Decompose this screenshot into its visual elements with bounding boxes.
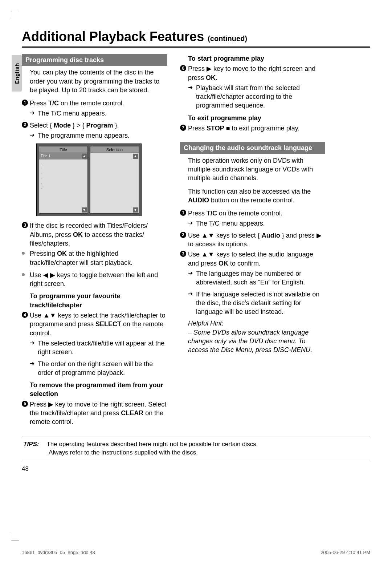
- step-bold: OK: [206, 74, 216, 81]
- tips-label: TIPS:: [23, 440, 45, 449]
- sub-heading: To exit programme play: [180, 114, 325, 122]
- hint-body: – Some DVDs allow soundtrack language ch…: [180, 328, 325, 355]
- step-number-icon: 3: [180, 251, 186, 257]
- step-7: 7 Press STOP ■ to exit programme play.: [180, 124, 325, 133]
- page-number: 48: [22, 465, 370, 473]
- list-item: -: [41, 165, 86, 170]
- step-1-r: 1 Press T/C on the remote control.: [180, 209, 325, 218]
- text: button on the remote control.: [209, 197, 294, 204]
- step-result: The T/C menu appears.: [180, 219, 325, 228]
- page-content: English Additional Playback Features (co…: [22, 29, 370, 473]
- step-bold: Audio: [262, 232, 280, 239]
- step-number-icon: 4: [22, 312, 28, 318]
- bullet-item: Pressing OK at the highlighted track/fil…: [22, 249, 167, 267]
- bullet-item: Use ◀ ▶ keys to toggle between the left …: [22, 271, 167, 288]
- step-text: Press: [188, 210, 207, 217]
- left-column: Programming disc tracks You can play the…: [22, 54, 167, 428]
- crop-mark: [11, 11, 19, 19]
- footer-left: 16861_dvdr3305_05_eng5.indd 48: [22, 550, 95, 555]
- step-number-icon: 7: [180, 125, 186, 131]
- step-3-r: 3 Use ▲▼ keys to select the audio langua…: [180, 250, 325, 268]
- step-result: If the language selected is not availabl…: [180, 290, 325, 316]
- step-result: The T/C menu appears.: [22, 109, 167, 118]
- step-number-icon: 6: [180, 65, 186, 71]
- tips-line: Always refer to the instructions supplie…: [23, 448, 369, 457]
- step-text: to confirm.: [228, 260, 261, 267]
- step-number-icon: 2: [180, 232, 186, 238]
- page-title: Additional Playback Features (continued): [22, 29, 370, 48]
- list-item: Title 1: [39, 153, 87, 159]
- step-1: 1 Press T/C on the remote control.: [22, 99, 167, 108]
- step-bold: Program: [86, 122, 113, 129]
- bullet-text: Pressing: [30, 250, 57, 257]
- list-item: -: [41, 186, 86, 191]
- tips-text: The operating features described here mi…: [46, 441, 258, 448]
- screenshot-right-panel: Selection ▲ ▼: [90, 146, 139, 214]
- tips-line: TIPS: The operating features described h…: [23, 440, 369, 449]
- paragraph: This operation works only on DVDs with m…: [180, 156, 325, 183]
- step-bold: Mode: [54, 122, 71, 129]
- up-arrow-icon: ▲: [82, 154, 87, 159]
- panel-header: Title: [39, 146, 87, 153]
- paragraph: This function can also be accessed via t…: [180, 187, 325, 205]
- hint-heading: Helpful Hint:: [180, 319, 325, 328]
- step-number-icon: 5: [22, 401, 28, 407]
- step-bold: OK: [73, 231, 83, 238]
- text-bold: AUDIO: [188, 197, 209, 204]
- section-heading-programming: Programming disc tracks: [22, 54, 167, 66]
- step-number-icon: 3: [22, 222, 28, 228]
- step-bold: T/C: [207, 210, 217, 217]
- step-bold: SELECT: [95, 320, 121, 328]
- text: This function can also be accessed via t…: [188, 188, 311, 195]
- list-item: -: [41, 175, 86, 181]
- down-arrow-icon: ▼: [133, 207, 138, 213]
- language-tab: English: [12, 55, 22, 92]
- title-continued: (continued): [208, 35, 247, 43]
- list-item: -: [41, 170, 86, 175]
- tips-box: TIPS: The operating features described h…: [22, 437, 370, 461]
- step-text: on the remote control.: [59, 100, 124, 107]
- sub-heading: To remove the programmed item from your …: [22, 381, 167, 399]
- step-result: The programme menu appears.: [22, 131, 167, 140]
- sub-heading: To start programme play: [180, 54, 325, 63]
- right-column: To start programme play 6 Press ▶ key to…: [180, 54, 325, 428]
- step-6: 6 Press ▶ key to move to the right scree…: [180, 64, 325, 82]
- step-2: 2 Select { Mode } > { Program }.: [22, 121, 167, 130]
- step-text: } > {: [71, 122, 86, 129]
- step-bold: T/C: [48, 100, 59, 107]
- two-column-layout: Programming disc tracks You can play the…: [22, 54, 370, 428]
- step-text: Use ▲▼ keys to select {: [188, 232, 262, 239]
- step-5: 5 Press ▶ key to move to the right scree…: [22, 400, 167, 426]
- panel-body: Title 1 - - - - - -: [39, 153, 87, 192]
- step-text: ■ to exit programme play.: [224, 125, 300, 132]
- step-4: 4 Use ▲▼ keys to select the track/file/c…: [22, 311, 167, 337]
- step-text: Press: [30, 100, 48, 107]
- step-result: Playback will start from the selected tr…: [180, 84, 325, 110]
- step-number-icon: 2: [22, 122, 28, 128]
- step-text: Press: [188, 125, 207, 132]
- step-bold: OK: [219, 260, 228, 267]
- up-arrow-icon: ▲: [133, 154, 138, 159]
- intro-paragraph: You can play the contents of the disc in…: [22, 68, 167, 94]
- bullet-bold: OK: [57, 250, 67, 257]
- step-result: The languages may be numbered or abbrevi…: [180, 269, 325, 287]
- step-text: .: [216, 74, 217, 81]
- step-text: }.: [113, 122, 119, 129]
- step-bold: CLEAR: [121, 409, 143, 417]
- step-bold: STOP: [207, 125, 224, 132]
- down-arrow-icon: ▼: [82, 207, 87, 213]
- step-number-icon: 1: [22, 100, 28, 106]
- list-item: -: [41, 160, 86, 165]
- step-result: The selected track/file/title will appea…: [22, 339, 167, 357]
- step-result: The order on the right screen will be th…: [22, 360, 167, 377]
- screenshot-left-panel: Title ▲ ▼ Title 1 - - - - - -: [39, 146, 88, 214]
- step-2-r: 2 Use ▲▼ keys to select { Audio } and pr…: [180, 231, 325, 249]
- panel-header: Selection: [90, 146, 139, 153]
- imprint-footer: 16861_dvdr3305_05_eng5.indd 48 2005-06-2…: [22, 550, 370, 555]
- step-3: 3 If the disc is recorded with Titles/Fo…: [22, 221, 167, 248]
- step-text: Select {: [30, 122, 54, 129]
- section-heading-audio: Changing the audio soundtrack language: [180, 142, 325, 154]
- step-text: on the remote control.: [217, 210, 282, 217]
- step-number-icon: 1: [180, 210, 186, 216]
- sub-heading: To programme your favourite track/file/c…: [22, 292, 167, 310]
